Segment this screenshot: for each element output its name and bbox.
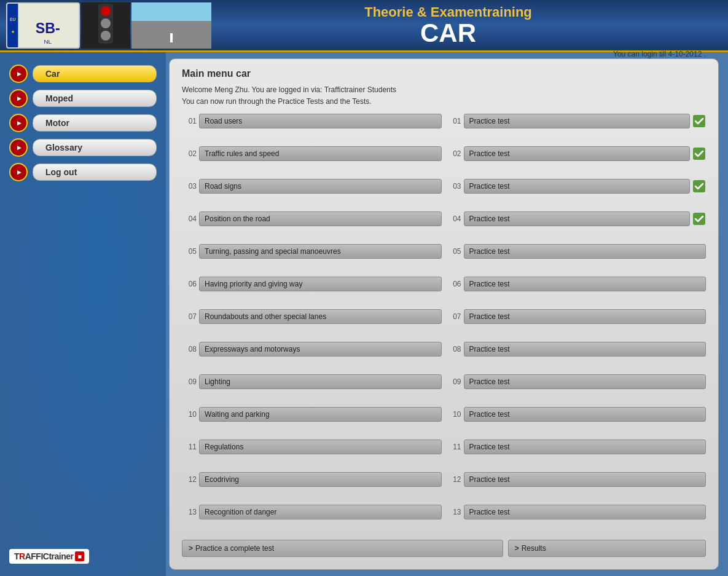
topic-button-13[interactable]: Recognition of danger (199, 505, 442, 519)
practice-num-07: 07 (447, 312, 461, 321)
practice-button-10[interactable]: Practice test (464, 407, 706, 422)
practice-num-05: 05 (447, 247, 461, 256)
practice-row-02: 02Practice test (447, 145, 706, 162)
panel-title: Main menu car (182, 68, 396, 79)
practice-num-01: 01 (447, 117, 461, 125)
welcome-line2: You can now run through the Practice Tes… (182, 96, 396, 108)
header-main-title: CAR (211, 20, 685, 46)
practice-button-03[interactable]: Practice test (464, 179, 691, 194)
welcome-block: Main menu car Welcome Meng Zhu. You are … (182, 68, 396, 108)
topic-button-11[interactable]: Regulations (199, 440, 442, 454)
topic-button-05[interactable]: Turning, passing and special manoeuvres (199, 244, 442, 259)
practice-button-12[interactable]: Practice test (464, 472, 706, 487)
sidebar-label-logout: Log out (33, 164, 157, 181)
result-icon-03 (692, 180, 706, 193)
practice-button-04[interactable]: Practice test (464, 211, 691, 226)
practice-row-11: 11Practice test (447, 438, 706, 456)
svg-text:NL: NL (44, 37, 52, 44)
topic-button-10[interactable]: Waiting and parking (199, 407, 442, 422)
sidebar-item-moped[interactable]: Moped (9, 89, 157, 108)
practice-row-07: 07Practice test (447, 308, 706, 325)
results-arrow: > (515, 544, 519, 553)
topic-num-01: 01 (182, 117, 197, 125)
topic-button-03[interactable]: Road signs (199, 179, 442, 194)
practice-button-06[interactable]: Practice test (464, 277, 706, 291)
sidebar-item-motor[interactable]: Motor (9, 114, 157, 132)
complete-test-arrow: > (189, 544, 193, 553)
practice-num-04: 04 (447, 215, 461, 223)
complete-test-button[interactable]: > Practice a complete test (182, 540, 503, 557)
topic-row-left-08: 08Expressways and motorways (182, 341, 442, 358)
topic-button-07[interactable]: Roundabouts and other special lanes (199, 309, 442, 324)
topic-row-left-07: 07Roundabouts and other special lanes (182, 308, 442, 325)
practice-row-06: 06Practice test (447, 275, 706, 293)
practice-row-04: 04Practice test (447, 210, 706, 227)
practice-num-06: 06 (447, 280, 461, 288)
topic-button-12[interactable]: Ecodriving (199, 472, 442, 487)
topic-button-02[interactable]: Traffic rules and speed (199, 146, 442, 161)
topic-row-left-01: 01Road users (182, 112, 442, 130)
bottom-actions: > Practice a complete test > Results (182, 540, 706, 557)
topic-button-06[interactable]: Having priority and giving way (199, 277, 442, 291)
practice-button-01[interactable]: Practice test (464, 114, 691, 128)
practice-num-12: 12 (447, 475, 461, 484)
svg-text:SB-: SB- (36, 20, 60, 36)
svg-text:★: ★ (11, 29, 15, 33)
svg-point-7 (101, 6, 111, 16)
results-button[interactable]: > Results (508, 540, 706, 557)
app-header: EU ★ SB- NL Theorie & Examentraining CAR (0, 0, 728, 52)
topic-button-09[interactable]: Lighting (199, 374, 442, 389)
practice-row-12: 12Practice test (447, 471, 706, 488)
topic-button-04[interactable]: Position on the road (199, 211, 442, 226)
practice-button-07[interactable]: Practice test (464, 309, 706, 324)
main-content: Main menu car Welcome Meng Zhu. You are … (166, 52, 728, 576)
content-panel: Main menu car Welcome Meng Zhu. You are … (169, 58, 719, 570)
logo-text: TRAFFICtrainer (14, 551, 73, 561)
practice-row-03: 03Practice test (447, 178, 706, 195)
topic-num-05: 05 (182, 247, 197, 256)
practice-button-11[interactable]: Practice test (464, 440, 706, 454)
practice-num-08: 08 (447, 345, 461, 353)
sidebar-item-car[interactable]: Car (9, 65, 157, 83)
practice-button-08[interactable]: Practice test (464, 342, 706, 357)
complete-test-label: Practice a complete test (195, 544, 274, 553)
practice-button-02[interactable]: Practice test (464, 146, 691, 161)
practice-row-01: 01Practice test (447, 112, 706, 130)
sidebar-label-motor: Motor (33, 114, 157, 132)
sidebar: Car Moped Motor Glossary Log out TRAFFIC… (0, 52, 166, 576)
svg-point-8 (101, 18, 111, 28)
sidebar-label-moped: Moped (33, 90, 157, 107)
topic-row-left-04: 04Position on the road (182, 210, 442, 227)
svg-text:EU: EU (10, 17, 16, 22)
topic-row-left-03: 03Road signs (182, 178, 442, 195)
practice-button-05[interactable]: Practice test (464, 244, 706, 259)
topic-row-left-05: 05Turning, passing and special manoeuvre… (182, 243, 442, 260)
practice-num-10: 10 (447, 410, 461, 419)
topic-num-06: 06 (182, 280, 197, 288)
topic-row-left-12: 12Ecodriving (182, 471, 442, 488)
sidebar-label-car: Car (33, 65, 157, 82)
traffictrainer-logo: TRAFFICtrainer ■ (9, 549, 89, 564)
topics-grid: 01Road users01Practice test 02Traffic ru… (182, 112, 706, 535)
sidebar-item-logout[interactable]: Log out (9, 163, 157, 181)
result-icon-02 (692, 147, 706, 160)
motor-nav-icon (9, 114, 28, 132)
traffic-light-image (81, 2, 130, 49)
topic-row-left-13: 13Recognition of danger (182, 503, 442, 521)
topic-num-03: 03 (182, 182, 197, 191)
topic-button-01[interactable]: Road users (199, 114, 442, 128)
sidebar-item-glossary[interactable]: Glossary (9, 138, 157, 157)
logout-nav-icon (9, 163, 28, 181)
topic-row-left-06: 06Having priority and giving way (182, 275, 442, 293)
topic-num-10: 10 (182, 410, 197, 419)
practice-num-13: 13 (447, 508, 461, 516)
header-logo: EU ★ SB- NL (6, 2, 211, 49)
practice-row-05: 05Practice test (447, 243, 706, 260)
svg-rect-1 (7, 3, 18, 48)
topic-button-08[interactable]: Expressways and motorways (199, 342, 442, 357)
practice-button-09[interactable]: Practice test (464, 374, 706, 389)
moped-nav-icon (9, 89, 28, 108)
practice-button-13[interactable]: Practice test (464, 505, 706, 519)
topic-num-02: 02 (182, 149, 197, 158)
topic-row-left-09: 09Lighting (182, 373, 442, 390)
